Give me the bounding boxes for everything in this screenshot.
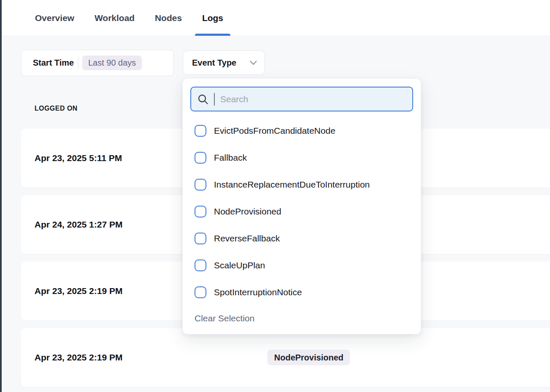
option-scaleupplan[interactable]: ScaleUpPlan [190, 252, 413, 279]
event-type-options: EvictPodsFromCandidateNode Fallback Inst… [190, 117, 413, 306]
option-reversefallback[interactable]: ReverseFallback [190, 225, 413, 252]
tab-logs[interactable]: Logs [202, 0, 223, 36]
text-cursor [214, 93, 215, 106]
sidebar-edge-bar [0, 0, 2, 392]
option-fallback[interactable]: Fallback [190, 144, 413, 171]
tab-nodes[interactable]: Nodes [155, 0, 182, 36]
tab-overview[interactable]: Overview [35, 0, 74, 36]
logs-page: Start Time Last 90 days Event Type LOGGE… [0, 37, 550, 392]
option-instancereplacementduetointerruption[interactable]: InstanceReplacementDueToInterruption [190, 171, 413, 198]
column-header-logged-on: LOGGED ON [35, 105, 77, 112]
search-input[interactable] [220, 94, 406, 104]
start-time-value: Last 90 days [82, 56, 142, 70]
event-type-label: Event Type [192, 58, 236, 68]
option-label: NodeProvisioned [214, 207, 281, 217]
clear-selection-button[interactable]: Clear Selection [190, 313, 254, 323]
option-label: ScaleUpPlan [214, 260, 265, 270]
dropdown-search-box[interactable] [190, 87, 413, 111]
logged-on-value: Apr 24, 2025 1:27 PM [35, 220, 123, 230]
tab-workload[interactable]: Workload [94, 0, 134, 36]
tabs-bar: Overview Workload Nodes Logs [0, 0, 550, 36]
option-spotinterruptionnotice[interactable]: SpotInterruptionNotice [190, 279, 413, 306]
chevron-down-icon [250, 61, 257, 65]
log-row: Apr 23, 2025 2:19 PM NodeProvisioned [21, 328, 550, 387]
event-type-dropdown: EvictPodsFromCandidateNode Fallback Inst… [182, 78, 421, 334]
logged-on-value: Apr 23, 2025 2:19 PM [35, 286, 123, 296]
event-type-filter[interactable]: Event Type [183, 50, 265, 75]
checkbox[interactable] [195, 125, 206, 137]
checkbox[interactable] [195, 179, 206, 191]
option-label: ReverseFallback [214, 233, 280, 244]
checkbox[interactable] [195, 260, 206, 271]
filter-divider [78, 58, 78, 69]
option-evictpodsfromcandidatenode[interactable]: EvictPodsFromCandidateNode [190, 117, 413, 144]
checkbox[interactable] [195, 206, 206, 217]
option-nodeprovisioned[interactable]: NodeProvisioned [190, 198, 413, 225]
tab-logs-label: Logs [202, 13, 223, 23]
option-label: Fallback [214, 153, 247, 163]
tab-workload-label: Workload [94, 13, 134, 23]
option-label: EvictPodsFromCandidateNode [214, 126, 335, 136]
tab-nodes-label: Nodes [155, 13, 182, 23]
logged-on-value: Apr 23, 2025 2:19 PM [35, 352, 123, 363]
tab-overview-label: Overview [35, 13, 74, 23]
option-label: SpotInterruptionNotice [214, 287, 302, 297]
filter-bar: Start Time Last 90 days Event Type [21, 50, 265, 76]
option-label: InstanceReplacementDueToInterruption [214, 180, 370, 190]
search-icon [198, 94, 208, 105]
start-time-label: Start Time [33, 58, 74, 68]
event-type-badge: NodeProvisioned [267, 350, 350, 366]
checkbox[interactable] [195, 286, 206, 298]
checkbox[interactable] [195, 233, 206, 244]
logged-on-value: Apr 23, 2025 5:11 PM [35, 153, 122, 163]
checkbox[interactable] [195, 152, 206, 164]
active-tab-indicator [195, 34, 230, 36]
start-time-filter[interactable]: Start Time Last 90 days [21, 50, 174, 76]
